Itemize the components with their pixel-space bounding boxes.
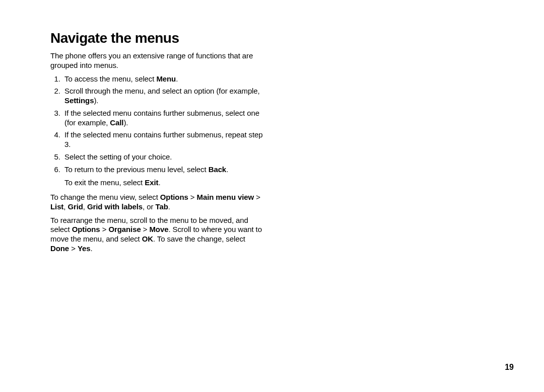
steps-list: To access the menu, select Menu. Scroll … [50,74,264,175]
text-column: Navigate the menus The phone offers you … [50,30,264,254]
step-4: If the selected menu contains further su… [62,130,264,149]
step-1: To access the menu, select Menu. [62,74,264,84]
page-title: Navigate the menus [50,30,264,46]
change-view-paragraph: To change the menu view, select Options … [50,193,264,212]
step-2: Scroll through the menu, and select an o… [62,87,264,106]
page: Navigate the menus The phone offers you … [0,0,544,392]
exit-note: To exit the menu, select Exit. [64,178,264,188]
page-number: 19 [505,363,514,372]
step-5: Select the setting of your choice. [62,152,264,162]
intro-paragraph: The phone offers you an extensive range … [50,51,264,70]
step-3: If the selected menu contains further su… [62,109,264,128]
step-6: To return to the previous menu level, se… [62,165,264,175]
rearrange-paragraph: To rearrange the menu, scroll to the men… [50,216,264,254]
